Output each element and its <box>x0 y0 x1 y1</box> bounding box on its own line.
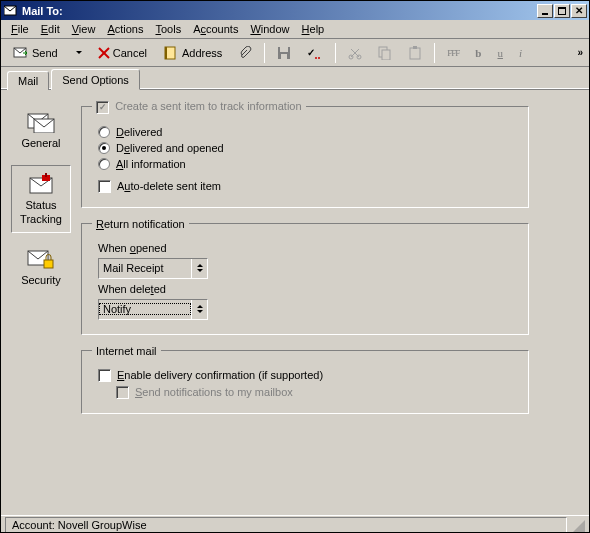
radio-all-information[interactable]: All information <box>98 158 518 170</box>
sidebar-label-general: General <box>21 137 60 151</box>
menu-accounts[interactable]: Accounts <box>187 21 244 37</box>
svg-point-14 <box>318 57 320 59</box>
radio-delivered[interactable]: Delivered <box>98 126 518 138</box>
send-notifications-label: Send notifications to my mailbox <box>135 386 293 398</box>
paste-button[interactable] <box>402 42 428 64</box>
svg-rect-27 <box>44 260 53 268</box>
italic-button[interactable]: i <box>513 42 528 64</box>
menu-help[interactable]: Help <box>296 21 331 37</box>
sidebar-item-general[interactable]: General <box>11 104 71 157</box>
attach-button[interactable] <box>232 42 258 64</box>
status-account: Account: Novell GroupWise <box>5 517 567 533</box>
title-bar: Mail To: ✕ <box>1 1 589 20</box>
close-button[interactable]: ✕ <box>571 4 587 18</box>
when-deleted-value: Notify <box>99 303 191 315</box>
menu-bar: File Edit View Actions Tools Accounts Wi… <box>1 20 589 39</box>
save-button[interactable] <box>271 42 297 64</box>
group-internet-mail: Internet mail Enable delivery confirmati… <box>81 345 529 414</box>
tab-strip: Mail Send Options <box>1 67 589 89</box>
radio-delivered-and-opened[interactable]: Delivered and opened <box>98 142 518 154</box>
checkbox-icon <box>98 369 111 382</box>
radio-icon <box>98 142 110 154</box>
checkbox-icon <box>116 386 129 399</box>
toolbar-separator <box>264 43 265 63</box>
maximize-button[interactable] <box>554 4 570 18</box>
sidebar-item-status-tracking[interactable]: Status Tracking <box>11 165 71 234</box>
radio-delivered-opened-label: Delivered and opened <box>116 142 224 154</box>
spinner-arrows-icon <box>191 259 207 278</box>
underline-button[interactable]: u <box>491 42 509 64</box>
spinner-arrows-icon <box>191 300 207 319</box>
resize-grip[interactable] <box>571 518 585 532</box>
paperclip-icon <box>238 46 252 60</box>
menu-file[interactable]: File <box>5 21 35 37</box>
tab-send-options[interactable]: Send Options <box>51 69 140 90</box>
cancel-icon <box>98 47 110 59</box>
cut-button[interactable] <box>342 42 368 64</box>
sidebar-item-security[interactable]: Security <box>11 241 71 294</box>
group-create-sent-item: ✓ Create a sent item to track informatio… <box>81 100 529 208</box>
svg-rect-18 <box>382 50 390 60</box>
radio-all-information-label: All information <box>116 158 186 170</box>
cancel-button[interactable]: Cancel <box>92 42 153 64</box>
status-tracking-icon <box>25 172 57 196</box>
group-internet-mail-legend: Internet mail <box>92 345 161 357</box>
general-icon <box>25 110 57 134</box>
when-deleted-combo[interactable]: Notify <box>98 299 208 320</box>
svg-point-13 <box>315 57 317 59</box>
status-bar: Account: Novell GroupWise <box>1 515 589 533</box>
checkbox-send-notifications: Send notifications to my mailbox <box>116 386 518 399</box>
cancel-label: Cancel <box>113 47 147 59</box>
toolbar-separator <box>335 43 336 63</box>
paste-icon <box>408 46 422 60</box>
spellcheck-button[interactable]: ✓ <box>301 42 329 64</box>
bold-button[interactable]: b <box>469 42 487 64</box>
menu-edit[interactable]: Edit <box>35 21 66 37</box>
svg-rect-19 <box>410 48 420 59</box>
send-dropdown[interactable] <box>68 42 88 64</box>
minimize-button[interactable] <box>537 4 553 18</box>
checkbox-auto-delete[interactable]: Auto-delete sent item <box>98 180 518 193</box>
svg-rect-3 <box>558 7 566 9</box>
window-icon <box>3 3 19 19</box>
group-return-notification: Return notification When opened Mail Rec… <box>81 218 529 335</box>
checkbox-icon <box>98 180 111 193</box>
tab-mail[interactable]: Mail <box>7 71 49 90</box>
radio-icon <box>98 126 110 138</box>
svg-rect-11 <box>281 54 287 59</box>
scissors-icon <box>348 46 362 60</box>
when-opened-label: When opened <box>98 242 512 254</box>
svg-rect-8 <box>165 47 167 59</box>
svg-rect-25 <box>45 173 47 177</box>
radio-delivered-label: Delivered <box>116 126 162 138</box>
copy-button[interactable] <box>372 42 398 64</box>
send-label: Send <box>32 47 58 59</box>
sidebar-label-security: Security <box>21 274 61 288</box>
menu-window[interactable]: Window <box>244 21 295 37</box>
send-button[interactable]: Send <box>7 42 64 64</box>
menu-tools[interactable]: Tools <box>149 21 187 37</box>
window-title: Mail To: <box>22 5 536 17</box>
menu-actions[interactable]: Actions <box>101 21 149 37</box>
when-opened-combo[interactable]: Mail Receipt <box>98 258 208 279</box>
sidebar-label-status-tracking: Status Tracking <box>12 199 70 227</box>
panel-body: General Status Tracking Security ✓ Creat… <box>1 89 589 515</box>
font-button[interactable]: FFF <box>441 42 465 64</box>
address-book-icon <box>163 46 179 60</box>
svg-rect-20 <box>413 46 417 49</box>
toolbar-overflow[interactable]: » <box>577 47 583 58</box>
options-sidebar: General Status Tracking Security <box>1 90 81 515</box>
security-icon <box>25 247 57 271</box>
checkbox-enable-delivery-confirmation[interactable]: Enable delivery confirmation (if support… <box>98 369 518 382</box>
auto-delete-label: Auto-delete sent item <box>117 180 221 192</box>
create-sent-item-checkbox: ✓ <box>96 101 109 114</box>
menu-view[interactable]: View <box>66 21 102 37</box>
address-button[interactable]: Address <box>157 42 228 64</box>
address-label: Address <box>182 47 222 59</box>
svg-text:✓: ✓ <box>307 47 315 58</box>
toolbar-separator <box>434 43 435 63</box>
copy-icon <box>378 46 392 60</box>
spellcheck-icon: ✓ <box>307 46 323 60</box>
enable-delivery-label: Enable delivery confirmation (if support… <box>117 369 323 381</box>
radio-icon <box>98 158 110 170</box>
